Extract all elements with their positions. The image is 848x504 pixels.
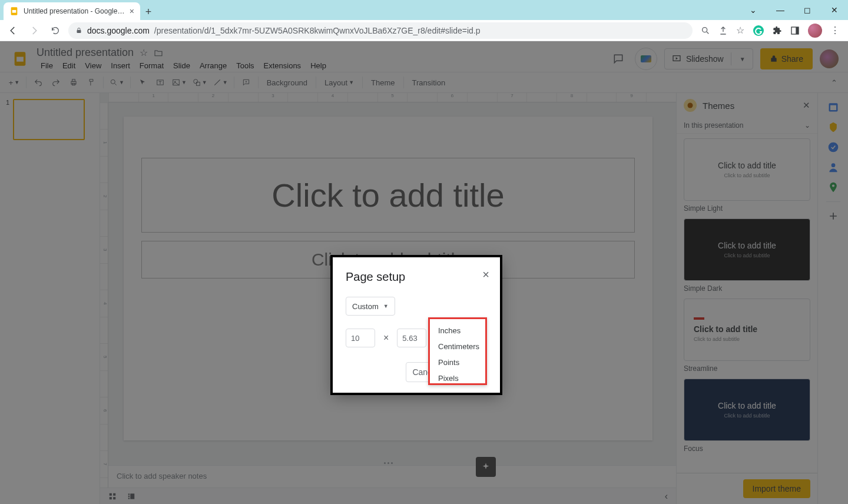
svg-point-3 [703,27,707,32]
minimize-icon[interactable]: — [767,0,794,20]
unit-option-points[interactable]: Points [430,354,485,370]
dialog-title: Page setup [346,270,487,284]
forward-button[interactable] [26,22,42,39]
sidepanel-toggle-icon[interactable] [790,26,800,35]
url-path: /presentation/d/1_5dxk7mr-5UZW5A0SRK8kwi… [154,26,481,35]
browser-tabstrip: Untitled presentation - Google Slides × … [0,0,848,20]
slides-favicon [9,6,19,16]
preset-value: Custom [352,302,379,311]
dialog-close-icon[interactable]: × [482,268,489,281]
units-dropdown-menu: Inches Centimeters Points Pixels [428,317,487,385]
slide-size-preset-dropdown[interactable]: Custom ▼ [346,297,395,316]
svg-rect-2 [77,30,81,33]
close-window-icon[interactable]: ✕ [821,0,848,20]
browser-tab-active[interactable]: Untitled presentation - Google Slides × [4,2,140,20]
width-input[interactable] [346,329,375,347]
bookmark-star-icon[interactable]: ☆ [736,25,744,36]
maximize-icon[interactable]: ◻ [794,0,821,20]
reload-button[interactable] [47,22,64,39]
unit-option-centimeters[interactable]: Centimeters [430,339,485,354]
browser-tab-title: Untitled presentation - Google Slides [24,7,125,15]
svg-rect-6 [796,27,799,34]
height-input[interactable] [397,329,426,347]
address-bar[interactable]: docs.google.com/presentation/d/1_5dxk7mr… [68,22,693,39]
svg-rect-1 [12,10,16,13]
unit-option-pixels[interactable]: Pixels [430,370,485,386]
new-tab-button[interactable]: + [140,4,157,20]
browser-toolbar: docs.google.com/presentation/d/1_5dxk7mr… [0,20,848,41]
extensions-puzzle-icon[interactable] [773,26,782,35]
dimension-x-icon: × [383,333,389,343]
url-host: docs.google.com [87,26,150,35]
zoom-icon[interactable] [701,26,710,35]
unit-option-inches[interactable]: Inches [430,323,485,339]
window-controls: ⌄ — ◻ ✕ [740,0,848,20]
profile-avatar[interactable] [808,24,822,38]
lock-icon [75,27,82,34]
share-page-icon[interactable] [718,26,728,35]
extension-grammarly-icon[interactable] [753,25,764,37]
caret-icon: ▼ [383,303,389,309]
chevron-down-icon[interactable]: ⌄ [740,0,767,20]
kebab-menu-icon[interactable]: ⋮ [830,25,840,36]
back-button[interactable] [5,22,21,39]
tab-close-icon[interactable]: × [130,6,134,16]
